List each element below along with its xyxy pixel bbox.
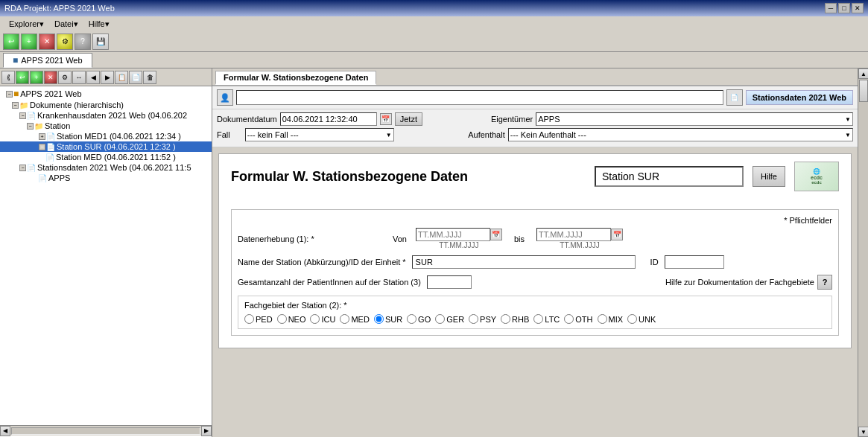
content-area: Formular W. Stationsbezogene Daten 👤 📄 S… (212, 68, 868, 437)
sidebar-btn-4[interactable]: ⚙ (58, 71, 72, 84)
von-input-row: 📅 (416, 228, 502, 241)
radio-ped: PED (244, 314, 273, 324)
minimize-button[interactable]: ─ (825, 3, 837, 13)
close-button[interactable]: ✕ (852, 3, 864, 13)
radio-icu-input[interactable] (310, 314, 320, 324)
radio-neo-input[interactable] (277, 314, 287, 324)
station-name-input[interactable] (595, 166, 744, 187)
sidebar-btn-2[interactable]: + (30, 71, 43, 84)
radio-sur-input[interactable] (374, 314, 384, 324)
fachgebiet-radio-group: PED NEO ICU (244, 314, 826, 324)
maximize-button[interactable]: □ (838, 3, 850, 13)
form-tab-bar: Formular W. Stationsbezogene Daten (212, 68, 858, 86)
tree-collapse-krankenhaus[interactable] (19, 112, 26, 119)
von-cal-btn[interactable]: 📅 (490, 229, 502, 240)
radio-oth-input[interactable] (564, 314, 574, 324)
tree-item-root[interactable]: ■ APPS 2021 Web (0, 88, 212, 100)
aufenthalt-label: Aufenthalt (468, 130, 505, 139)
radio-psy-input[interactable] (469, 314, 478, 324)
sidebar-collapse-btn[interactable]: ⟪ (1, 71, 15, 84)
id-input[interactable] (665, 255, 724, 269)
jetzt-button[interactable]: Jetzt (395, 112, 422, 126)
tree-item-station-med2[interactable]: 📄 Station MED (04.06.2021 11:52 ) (0, 152, 212, 162)
dokumentdatum-label: Dokumentdatum (217, 115, 277, 124)
bis-cal-btn[interactable]: 📅 (611, 229, 623, 240)
fall-select[interactable]: --- kein Fall --- ▼ (245, 128, 394, 141)
sidebar-btn-7[interactable]: ▶ (101, 71, 114, 84)
tree-item-stationsdaten[interactable]: 📄 Stationsdaten 2021 Web (04.06.2021 11:… (0, 162, 212, 173)
sidebar-btn-8[interactable]: 📋 (115, 71, 128, 84)
scroll-thumb[interactable] (859, 80, 868, 102)
form-row-fall: Fall --- kein Fall --- ▼ Aufenthalt --- … (217, 128, 853, 141)
sidebar-btn-5[interactable]: ↔ (72, 71, 86, 84)
cal-icon[interactable]: 📅 (380, 113, 392, 125)
toolbar-btn-4[interactable]: ⚙ (57, 34, 73, 50)
tree-item-apps[interactable]: 📄 APPS (0, 173, 212, 183)
radio-ped-input[interactable] (244, 314, 254, 324)
main-content: Formular W. Stationsbezogene Daten 👤 📄 S… (212, 68, 858, 437)
sidebar-btn-1[interactable]: ↩ (16, 71, 29, 84)
radio-med-input[interactable] (340, 314, 349, 324)
toolbar-btn-1[interactable]: ↩ (3, 34, 19, 50)
tree-expand-med1[interactable] (39, 133, 45, 140)
menu-bar: Explorer▾ Datei▾ Hilfe▾ (0, 16, 868, 31)
radio-ltc-input[interactable] (533, 314, 543, 324)
tree-collapse-stationsdaten[interactable] (19, 165, 26, 171)
main-toolbar: ↩ + ✕ ⚙ ? 💾 (0, 31, 868, 52)
radio-med: MED (340, 314, 369, 324)
h-scroll-track[interactable] (11, 427, 200, 435)
tree-collapse-station[interactable] (27, 123, 34, 130)
tree-collapse-sur[interactable] (39, 144, 45, 150)
tree-collapse-root[interactable] (6, 91, 13, 98)
scroll-up-btn[interactable]: ▲ (858, 68, 868, 79)
sidebar-btn-9[interactable]: 📄 (129, 71, 142, 84)
form-title-row: Formular W. Stationsbezogene Daten Hilfe… (231, 162, 839, 197)
form-tab[interactable]: Formular W. Stationsbezogene Daten (215, 71, 376, 85)
eigentuemer-select[interactable]: APPS ▼ (536, 112, 853, 126)
toolbar-btn-2[interactable]: + (21, 34, 37, 50)
sidebar-btn-3[interactable]: ✕ (44, 71, 57, 84)
form-header-text-input[interactable] (236, 90, 723, 105)
station-abbrev-input[interactable] (412, 255, 636, 269)
dokumentdatum-input[interactable] (280, 112, 377, 126)
hilfe-doku-btn[interactable]: ? (817, 275, 832, 290)
scroll-right-btn[interactable]: ▶ (201, 426, 212, 436)
scroll-track[interactable] (858, 79, 868, 427)
tree-item-station-group[interactable]: 📁 Station (0, 121, 212, 131)
radio-go-input[interactable] (407, 314, 416, 324)
bis-date-input[interactable] (536, 228, 611, 241)
radio-unk: UNK (627, 314, 656, 324)
radio-oth: OTH (564, 314, 592, 324)
tree-collapse-dokumente[interactable] (12, 102, 19, 109)
menu-datei[interactable]: Datei▾ (50, 18, 83, 31)
tree-item-dokumente[interactable]: 📁 Dokumente (hierarchisch) (0, 100, 212, 110)
tree-item-station-sur[interactable]: 📄 Station SUR (04.06.2021 12:32 ) (0, 141, 212, 152)
gesamtanzahl-input[interactable] (427, 275, 472, 289)
menu-hilfe[interactable]: Hilfe▾ (84, 18, 114, 31)
scroll-left-btn[interactable]: ◀ (0, 426, 10, 436)
name-label: Name der Station (Abkürzung)/ID der Einh… (238, 258, 406, 267)
form-doc-icon: 📄 (726, 89, 743, 106)
radio-rhb-input[interactable] (501, 314, 510, 324)
app-tab[interactable]: ■ APPS 2021 Web (3, 53, 92, 68)
form-main-title: Formular W. Stationsbezogene Daten (231, 169, 586, 185)
aufenthalt-select[interactable]: --- Kein Aufenthalt --- ▼ (508, 128, 853, 141)
radio-unk-input[interactable] (627, 314, 637, 324)
hilfe-button[interactable]: Hilfe (753, 166, 785, 187)
toolbar-btn-3[interactable]: ✕ (39, 34, 55, 50)
radio-mix-input[interactable] (598, 314, 607, 324)
form-row-dokumentdatum: Dokumentdatum 📅 Jetzt Eigentümer APPS ▼ (217, 112, 853, 126)
tree-item-station-med1[interactable]: 📄 Station MED1 (04.06.2021 12:34 ) (0, 131, 212, 141)
menu-explorer[interactable]: Explorer▾ (4, 18, 48, 31)
von-date-input[interactable] (416, 228, 490, 241)
scroll-down-btn[interactable]: ▼ (858, 427, 868, 437)
toolbar-btn-5[interactable]: ? (75, 34, 91, 50)
radio-ger: GER (435, 314, 464, 324)
sidebar-btn-10[interactable]: 🗑 (143, 71, 156, 84)
tree-item-krankenhaus[interactable]: 📄 Krankenhausdaten 2021 Web (04.06.202 (0, 110, 212, 121)
toolbar-btn-6[interactable]: 💾 (92, 34, 109, 50)
sidebar-btn-6[interactable]: ◀ (86, 71, 100, 84)
sidebar: ⟪ ↩ + ✕ ⚙ ↔ ◀ ▶ 📋 📄 🗑 ■ APPS 2021 Web (0, 68, 212, 437)
bis-date-group: 📅 TT.MM.JJJJ (536, 228, 623, 249)
radio-ger-input[interactable] (435, 314, 445, 324)
